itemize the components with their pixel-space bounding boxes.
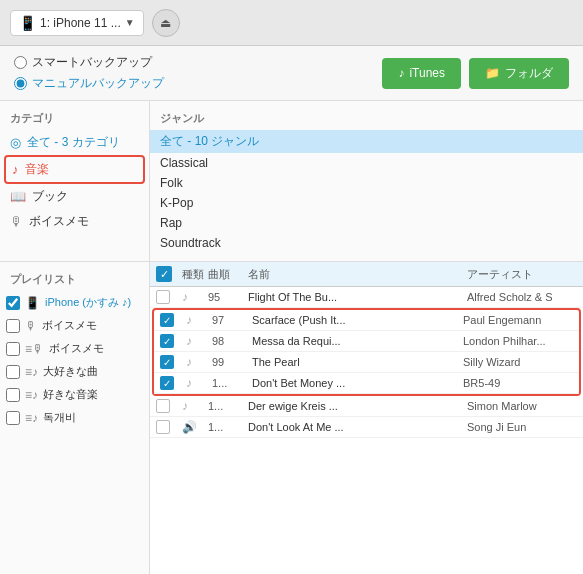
folder-icon: 📁 [485, 66, 500, 80]
genre-title: ジャンル [150, 109, 583, 130]
smart-backup-option[interactable]: スマートバックアップ [14, 54, 164, 71]
track-5-artist: BR5-49 [463, 377, 573, 389]
track-7-type: 🔊 [182, 420, 206, 434]
category-music-label: 音楽 [25, 161, 49, 178]
voice2-icon: ≡🎙 [25, 342, 44, 356]
track-3-checkbox[interactable]: ✓ [160, 334, 174, 348]
playlist-fav1-label: 大好きな曲 [43, 364, 98, 379]
genre-item-all[interactable]: 全て - 10 ジャンル [150, 130, 583, 153]
track-4-checkbox[interactable]: ✓ [160, 355, 174, 369]
playlist-item-iphone[interactable]: 📱 iPhone (かすみ ♪) [0, 291, 149, 314]
track-4-name: The Pearl [252, 356, 461, 368]
track-5-order: 1... [212, 377, 250, 389]
table-row[interactable]: ✓ ♪ 1... Don't Bet Money ... BR5-49 [154, 373, 579, 394]
track-7-name: Don't Look At Me ... [248, 421, 465, 433]
playlist-voice2-label: ボイスメモ [49, 341, 104, 356]
track-6-checkbox[interactable] [156, 399, 170, 413]
track-3-name: Messa da Requi... [252, 335, 461, 347]
genre-item-rap[interactable]: Rap [150, 213, 583, 233]
playlist-dokaebi-label: 독개비 [43, 410, 76, 425]
music-icon: ♪ [12, 162, 19, 177]
track-3-type: ♪ [186, 334, 210, 348]
fav1-icon: ≡♪ [25, 365, 38, 379]
track-4-artist: Silly Wizard [463, 356, 573, 368]
device-dropdown[interactable]: 📱 1: iPhone 11 ... ▼ [10, 10, 144, 36]
header-type: 種類 [182, 267, 206, 282]
category-all-label: 全て - 3 カテゴリ [27, 134, 120, 151]
category-item-book[interactable]: 📖 ブック [0, 184, 149, 209]
manual-backup-radio[interactable] [14, 77, 27, 90]
category-voice-label: ボイスメモ [29, 213, 89, 230]
track-1-order: 95 [208, 291, 246, 303]
genre-item-folk[interactable]: Folk [150, 173, 583, 193]
playlist-fav2-checkbox[interactable] [6, 388, 20, 402]
track-3-checkbox-col[interactable]: ✓ [160, 334, 184, 348]
playlist-title: プレイリスト [0, 270, 149, 291]
track-5-checkbox-col[interactable]: ✓ [160, 376, 184, 390]
eject-button[interactable]: ⏏ [152, 9, 180, 37]
genre-rap-label: Rap [160, 216, 182, 230]
track-6-checkbox-col[interactable] [156, 399, 180, 413]
playlist-item-voice2[interactable]: ≡🎙 ボイスメモ [0, 337, 149, 360]
track-1-type: ♪ [182, 290, 206, 304]
genre-item-soundtrack[interactable]: Soundtrack [150, 233, 583, 253]
fav2-icon: ≡♪ [25, 388, 38, 402]
table-row[interactable]: ♪ 1... Der ewige Kreis ... Simon Marlow [150, 396, 583, 417]
dokaebi-icon: ≡♪ [25, 411, 38, 425]
header-order: 曲順 [208, 267, 246, 282]
genre-item-classical[interactable]: Classical [150, 153, 583, 173]
playlist-voice1-label: ボイスメモ [42, 318, 97, 333]
track-1-checkbox-col[interactable] [156, 290, 180, 304]
playlist-dokaebi-checkbox[interactable] [6, 411, 20, 425]
track-7-order: 1... [208, 421, 246, 433]
playlist-voice2-checkbox[interactable] [6, 342, 20, 356]
main-content: スマートバックアップ マニュアルバックアップ ♪ iTunes 📁 フォルダ カ… [0, 46, 583, 574]
all-categories-icon: ◎ [10, 135, 21, 150]
category-item-all[interactable]: ◎ 全て - 3 カテゴリ [0, 130, 149, 155]
smart-backup-radio[interactable] [14, 56, 27, 69]
track-7-checkbox[interactable] [156, 420, 170, 434]
playlist-item-fav2[interactable]: ≡♪ 好きな音楽 [0, 383, 149, 406]
select-all-checkbox[interactable]: ✓ [156, 266, 172, 282]
phone-icon: 📱 [19, 15, 36, 31]
table-row[interactable]: ✓ ♪ 98 Messa da Requi... London Philhar.… [154, 331, 579, 352]
track-4-checkbox-col[interactable]: ✓ [160, 355, 184, 369]
playlist-fav1-checkbox[interactable] [6, 365, 20, 379]
itunes-button[interactable]: ♪ iTunes [382, 58, 461, 89]
backup-buttons: ♪ iTunes 📁 フォルダ [382, 58, 569, 89]
track-7-checkbox-col[interactable] [156, 420, 180, 434]
backup-section: スマートバックアップ マニュアルバックアップ ♪ iTunes 📁 フォルダ [0, 46, 583, 101]
category-item-voice[interactable]: 🎙 ボイスメモ [0, 209, 149, 234]
table-row[interactable]: ✓ ♪ 97 Scarface (Push It... Paul Engeman… [154, 310, 579, 331]
playlist-voice1-checkbox[interactable] [6, 319, 20, 333]
table-row[interactable]: 🔊 1... Don't Look At Me ... Song Ji Eun [150, 417, 583, 438]
smart-backup-label: スマートバックアップ [32, 54, 152, 71]
iphone-device-icon: 📱 [25, 296, 40, 310]
track-1-checkbox[interactable] [156, 290, 170, 304]
playlist-fav2-label: 好きな音楽 [43, 387, 98, 402]
genre-item-kpop[interactable]: K-Pop [150, 193, 583, 213]
track-2-checkbox-col[interactable]: ✓ [160, 313, 184, 327]
playlist-item-voice1[interactable]: 🎙 ボイスメモ [0, 314, 149, 337]
folder-button[interactable]: 📁 フォルダ [469, 58, 569, 89]
track-3-artist: London Philhar... [463, 335, 573, 347]
table-row[interactable]: ✓ ♪ 99 The Pearl Silly Wizard [154, 352, 579, 373]
track-3-order: 98 [212, 335, 250, 347]
bottom-section: プレイリスト 📱 iPhone (かすみ ♪) 🎙 ボイスメモ ≡🎙 ボイスメモ… [0, 262, 583, 574]
playlist-iphone-checkbox[interactable] [6, 296, 20, 310]
category-title: カテゴリ [0, 109, 149, 130]
backup-options: スマートバックアップ マニュアルバックアップ [14, 54, 164, 92]
manual-backup-option[interactable]: マニュアルバックアップ [14, 75, 164, 92]
dropdown-arrow-icon: ▼ [125, 17, 135, 28]
track-6-artist: Simon Marlow [467, 400, 577, 412]
playlist-item-dokaebi[interactable]: ≡♪ 독개비 [0, 406, 149, 429]
playlist-item-fav1[interactable]: ≡♪ 大好きな曲 [0, 360, 149, 383]
folder-label: フォルダ [505, 65, 553, 82]
track-5-checkbox[interactable]: ✓ [160, 376, 174, 390]
playlist-iphone-label: iPhone (かすみ ♪) [45, 295, 131, 310]
table-row[interactable]: ♪ 95 Flight Of The Bu... Alfred Scholz &… [150, 287, 583, 308]
track-2-checkbox[interactable]: ✓ [160, 313, 174, 327]
playlist-panel: プレイリスト 📱 iPhone (かすみ ♪) 🎙 ボイスメモ ≡🎙 ボイスメモ… [0, 262, 150, 574]
category-item-music[interactable]: ♪ 音楽 [4, 155, 145, 184]
itunes-icon: ♪ [398, 66, 404, 80]
